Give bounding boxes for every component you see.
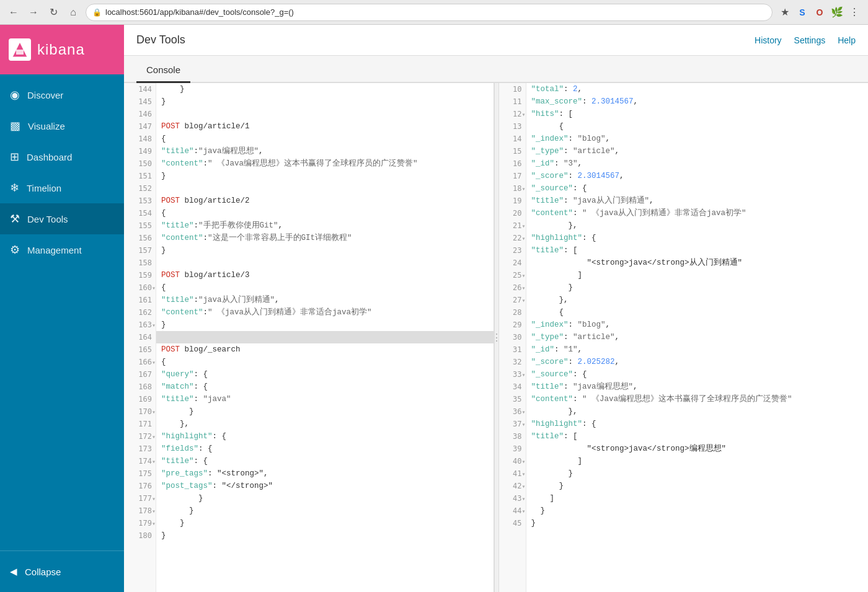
output-line: } [526, 281, 869, 294]
lock-icon: 🔒 [92, 8, 102, 17]
output-line: "max_score": 2.3014567, [526, 95, 869, 108]
output-line-number-23: 23 [499, 244, 526, 257]
output-line: "content": " 《Java编程思想》这本书赢得了全球程序员的广泛赞誉" [526, 393, 869, 405]
output-line-number-45: 45 [499, 517, 526, 529]
editor-line-numbers: 1441451461471481491501511521531541551561… [124, 83, 156, 592]
reload-button[interactable]: ↻ [46, 5, 61, 20]
home-button[interactable]: ⌂ [66, 5, 81, 20]
editor-line: } [156, 492, 494, 505]
logo-text: kibana [37, 41, 85, 58]
svg-rect-1 [16, 50, 24, 55]
line-number-167: 167 [124, 368, 156, 381]
editor-line: "match": { [156, 381, 494, 393]
output-line: "title": "java从入门到精通", [526, 195, 869, 207]
output-line-number-28: 28 [499, 306, 526, 319]
collapse-label: Collapse [25, 567, 61, 577]
line-number-173: 173 [124, 443, 156, 455]
history-button[interactable]: History [755, 35, 782, 45]
main-content: Dev Tools History Settings Help Console … [124, 25, 868, 592]
output-line: "_index": "blog", [526, 133, 869, 145]
ext-o-button[interactable]: O [812, 5, 827, 20]
output-line: }, [526, 219, 869, 232]
output-line: ] [526, 492, 869, 505]
line-number-164: 164 [124, 331, 156, 343]
sidebar-item-dashboard[interactable]: ⊞ Dashboard [0, 141, 124, 172]
help-button[interactable]: Help [838, 35, 856, 45]
line-number-180: 180 [124, 529, 156, 542]
output-line-number-14: 14 [499, 133, 526, 145]
output-line: ] [526, 269, 869, 281]
output-line: "_id": "3", [526, 157, 869, 170]
line-number-150: 150 [124, 157, 156, 170]
management-icon: ⚙ [10, 243, 20, 257]
editor-code-content[interactable]: }}POST blog/article/1{ "title":"java编程思想… [156, 83, 494, 592]
editor-line: "content":" 《Java编程思想》这本书赢得了全球程序员的广泛赞誉" [156, 157, 494, 170]
editor-line: } [156, 505, 494, 517]
settings-button[interactable]: Settings [794, 35, 826, 45]
line-number-170: 170 [124, 405, 156, 418]
output-line: "_score": 2.3014567, [526, 170, 869, 182]
ext-leaf-button[interactable]: 🌿 [830, 5, 844, 20]
output-line: "<strong>java</strong>从入门到精通" [526, 257, 869, 269]
line-number-177: 177 [124, 492, 156, 505]
output-line-number-20: 20 [499, 207, 526, 219]
line-number-159: 159 [124, 269, 156, 281]
output-line-number-11: 11 [499, 95, 526, 108]
editor-line [156, 257, 494, 269]
visualize-icon: ▩ [10, 119, 20, 133]
sidebar-item-management[interactable]: ⚙ Management [0, 234, 124, 265]
back-button[interactable]: ← [6, 5, 21, 20]
sidebar: kibana ◉ Discover ▩ Visualize ⊞ Dashboar… [0, 25, 124, 592]
editor-line: "query": { [156, 368, 494, 381]
sidebar-item-timelion[interactable]: ❄ Timelion [0, 172, 124, 203]
output-line: "total": 2, [526, 83, 869, 95]
editor-line: "title": "java" [156, 393, 494, 405]
drag-handle[interactable] [494, 83, 499, 592]
collapse-button[interactable]: ◀ Collapse [0, 557, 124, 586]
line-number-166: 166 [124, 356, 156, 368]
editor-line: "content":"这是一个非常容易上手的GIt详细教程" [156, 232, 494, 244]
output-line: }, [526, 405, 869, 418]
output-line: "_id": "1", [526, 343, 869, 356]
output-code-content[interactable]: "total": 2, "max_score": 2.3014567, "hit… [526, 83, 869, 592]
discover-icon: ◉ [10, 88, 20, 102]
tab-console[interactable]: Console [136, 58, 190, 83]
output-line-number-16: 16 [499, 157, 526, 170]
editor-line: "highlight": { [156, 430, 494, 443]
output-line-number-31: 31 [499, 343, 526, 356]
output-line-number-41: 41 [499, 467, 526, 480]
output-line-number-40: 40 [499, 455, 526, 467]
editor-line: } [156, 83, 494, 95]
ext-s-button[interactable]: S [795, 5, 810, 20]
editor-line: "title":"java编程思想", [156, 145, 494, 157]
line-number-176: 176 [124, 480, 156, 492]
sidebar-item-discover[interactable]: ◉ Discover [0, 79, 124, 110]
sidebar-item-devtools[interactable]: ⚒ Dev Tools [0, 203, 124, 234]
output-line-number-19: 19 [499, 195, 526, 207]
editor-line [156, 331, 494, 343]
forward-button[interactable]: → [26, 5, 41, 20]
output-line-number-29: 29 [499, 319, 526, 331]
editor-line: } [156, 405, 494, 418]
line-number-179: 179 [124, 517, 156, 529]
bookmark-button[interactable]: ★ [777, 5, 792, 20]
sidebar-item-label: Dashboard [27, 152, 72, 162]
output-line-number-22: 22 [499, 232, 526, 244]
editor-line: { [156, 207, 494, 219]
sidebar-item-label: Discover [27, 90, 63, 100]
output-line: "title": [ [526, 430, 869, 443]
output-line: { [526, 306, 869, 319]
menu-button[interactable]: ⋮ [847, 5, 862, 20]
address-bar[interactable]: 🔒 localhost:5601/app/kibana#/dev_tools/c… [86, 4, 773, 21]
output-line-number-33: 33 [499, 368, 526, 381]
line-number-169: 169 [124, 393, 156, 405]
output-line: } [526, 467, 869, 480]
sidebar-item-visualize[interactable]: ▩ Visualize [0, 110, 124, 141]
sidebar-item-label: Timelion [27, 183, 61, 193]
line-number-145: 145 [124, 95, 156, 108]
output-line: ] [526, 455, 869, 467]
line-number-162: 162 [124, 306, 156, 319]
topbar-actions: History Settings Help [755, 35, 856, 45]
devtools-icon: ⚒ [10, 212, 20, 226]
output-line: "_type": "article", [526, 145, 869, 157]
